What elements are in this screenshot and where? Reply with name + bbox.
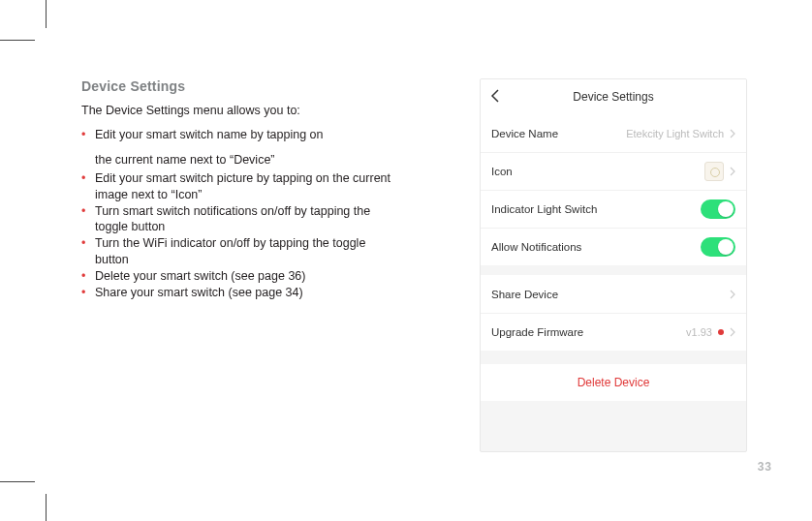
firmware-version: v1.93 [686, 326, 712, 338]
intro-text: The Device Settings menu allows you to: [81, 104, 401, 117]
delete-device-button[interactable]: Delete Device [481, 364, 746, 401]
list-item: Edit your smart switch picture by tappin… [81, 170, 401, 203]
section-title: Device Settings [81, 78, 401, 94]
section-gap [481, 351, 746, 364]
bullet-list: Edit your smart switch name by tapping o… [81, 127, 401, 143]
update-dot-icon [718, 329, 724, 335]
chevron-right-icon [730, 290, 735, 299]
settings-group-2: Share Device Upgrade Firmware v1.93 [481, 275, 746, 351]
phone-mockup: Device Settings Device Name Etekcity Lig… [480, 78, 747, 452]
list-item: Turn the WiFi indicator on/off by tappin… [81, 235, 401, 268]
row-label: Share Device [491, 289, 558, 300]
chevron-right-icon [730, 129, 735, 138]
switch-icon [704, 162, 724, 181]
row-share-device[interactable]: Share Device [481, 275, 746, 313]
row-label: Device Name [491, 128, 558, 139]
doc-content: Device Settings The Device Settings menu… [81, 78, 401, 301]
delete-label: Delete Device [578, 376, 650, 389]
row-indicator-light: Indicator Light Switch [481, 190, 746, 228]
page: Device Settings The Device Settings menu… [46, 40, 776, 481]
cropmark [0, 40, 35, 41]
chevron-right-icon [730, 327, 735, 337]
phone-header: Device Settings [481, 79, 746, 114]
page-number: 33 [758, 460, 772, 474]
cropmark [46, 494, 47, 521]
chevron-right-icon [730, 167, 735, 176]
row-allow-notifications: Allow Notifications [481, 228, 746, 265]
settings-group-1: Device Name Etekcity Light Switch Icon I… [481, 114, 746, 265]
section-gap [481, 265, 746, 275]
list-item: Delete your smart switch (see page 36) [81, 268, 401, 285]
cropmark [46, 0, 47, 28]
phone-title: Device Settings [573, 90, 653, 104]
toggle-on[interactable] [701, 237, 735, 257]
row-upgrade-firmware[interactable]: Upgrade Firmware v1.93 [481, 313, 746, 351]
list-item: Turn smart switch notifications on/off b… [81, 203, 401, 236]
row-label: Allow Notifications [491, 241, 581, 253]
row-label: Icon [491, 166, 513, 177]
toggle-on[interactable] [701, 199, 735, 219]
row-label: Upgrade Firmware [491, 326, 583, 338]
list-item-cont: the current name next to “Device” [81, 152, 401, 169]
row-device-name[interactable]: Device Name Etekcity Light Switch [481, 114, 746, 152]
back-icon[interactable] [490, 89, 506, 105]
bullet-list: Edit your smart switch picture by tappin… [81, 170, 401, 301]
row-value: Etekcity Light Switch [626, 128, 724, 139]
row-icon[interactable]: Icon [481, 152, 746, 190]
cropmark [0, 481, 35, 482]
list-item: Edit your smart switch name by tapping o… [81, 127, 401, 143]
row-label: Indicator Light Switch [491, 203, 597, 215]
list-item: Share your smart switch (see page 34) [81, 285, 401, 301]
